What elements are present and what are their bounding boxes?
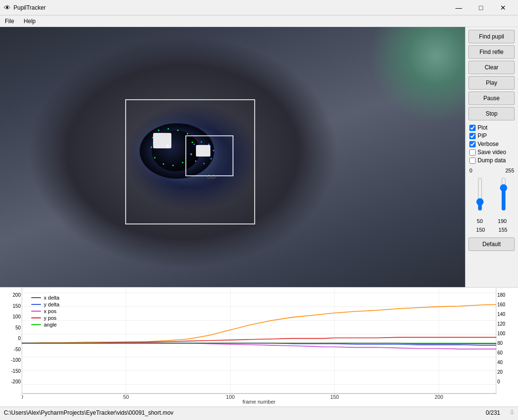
right-slider-wrap [498, 177, 509, 214]
legend-angle-label: angle [44, 322, 57, 328]
legend-y-delta-line [31, 304, 41, 305]
legend-x-delta: x delta [31, 295, 59, 301]
verbose-label: Verbose [478, 141, 499, 147]
y-label-0: 0 [2, 336, 21, 341]
plot-label: Plot [478, 124, 488, 131]
yr-20: 20 [497, 369, 516, 375]
sidebar: Find pupil Find refle Clear Play Pause S… [465, 27, 518, 287]
maximize-button[interactable]: □ [470, 0, 492, 15]
x-axis-label: frame number [0, 399, 518, 407]
find-pupil-button[interactable]: Find pupil [468, 30, 515, 43]
window-controls: — □ ✕ [448, 0, 514, 15]
legend-y-pos-label: y pos [44, 315, 56, 321]
yr-140: 140 [497, 312, 516, 317]
verbose-checkbox[interactable] [469, 141, 476, 147]
yr-160: 160 [497, 302, 516, 307]
find-refle-button[interactable]: Find refle [468, 45, 515, 59]
right-vertical-slider[interactable] [498, 177, 509, 211]
save-video-checkbox-label[interactable]: Save video [469, 149, 514, 156]
frame-info: 0/231 [486, 409, 500, 416]
app-icon: 👁 [4, 4, 11, 12]
stop-button[interactable]: Stop [468, 107, 515, 120]
svg-text:200: 200 [435, 394, 443, 399]
pause-button[interactable]: Pause [468, 92, 515, 105]
y-axis-right: 180 160 140 120 100 80 60 40 20 0 [496, 288, 518, 399]
dump-data-label: Dump data [478, 157, 506, 164]
legend-y-delta: y delta [31, 302, 59, 307]
y-label-neg100: -100 [2, 357, 21, 363]
default-button[interactable]: Default [468, 237, 515, 251]
chart-legend: x delta y delta x pos y pos angle [31, 295, 59, 328]
left-vertical-slider[interactable] [475, 177, 485, 211]
yr-60: 60 [497, 350, 516, 355]
menu-help[interactable]: Help [19, 17, 40, 26]
status-bar-right: 0/231 ⠿ [486, 409, 514, 416]
y-label-150: 150 [2, 303, 21, 309]
save-video-label: Save video [478, 149, 506, 156]
slider-min-label: 0 [469, 168, 472, 173]
y-label-50: 50 [2, 325, 21, 330]
chart-area: 200 150 100 50 0 -50 -100 -150 -200 pixe… [0, 287, 518, 407]
inner-detection-box [185, 135, 233, 176]
y-label-100: 100 [2, 314, 21, 319]
bottom-right-val: 155 [499, 227, 507, 233]
pip-checkbox[interactable] [469, 133, 476, 139]
resize-handle: ⠿ [510, 409, 514, 416]
chart-svg: 0 50 100 150 200 [22, 288, 496, 399]
dump-data-checkbox-label[interactable]: Dump data [469, 157, 514, 164]
y-label-200: 200 [2, 292, 21, 298]
slider-value-labels: 50 190 [468, 218, 515, 224]
y-label-neg150: -150 [2, 368, 21, 374]
right-slider-val: 190 [498, 218, 506, 224]
yr-80: 80 [497, 341, 516, 346]
legend-x-pos-line [31, 311, 41, 312]
chart-container: 200 150 100 50 0 -50 -100 -150 -200 pixe… [0, 288, 518, 399]
yr-0: 0 [497, 379, 516, 384]
bottom-slider-labels: 150 155 [468, 226, 515, 234]
jewelry-decoration: ⬡⬡ [207, 174, 216, 179]
svg-text:100: 100 [226, 394, 234, 399]
svg-text:50: 50 [123, 394, 129, 399]
crosshair: + [166, 143, 169, 149]
dump-data-checkbox[interactable] [469, 158, 476, 164]
legend-y-pos: y pos [31, 315, 59, 321]
yr-40: 40 [497, 360, 516, 365]
minimize-button[interactable]: — [448, 0, 470, 15]
status-bar: C:\Users\Alex\PycharmProjects\EyeTracker… [0, 407, 518, 418]
main-area: + ⬡⬡ Find pupil Find refle Clear Play Pa… [0, 27, 518, 287]
legend-angle-line [31, 324, 41, 325]
bottom-left-val: 150 [476, 227, 485, 233]
legend-x-delta-label: x delta [44, 295, 59, 301]
left-slider-val: 50 [477, 218, 483, 224]
pip-label: PIP [478, 132, 487, 139]
legend-x-delta-line [31, 297, 41, 298]
pip-checkbox-label[interactable]: PIP [469, 132, 514, 139]
legend-angle: angle [31, 322, 59, 328]
app-title: PupilTracker [13, 4, 448, 11]
y-axis-left: 200 150 100 50 0 -50 -100 -150 -200 [0, 288, 22, 399]
menu-bar: File Help [0, 15, 518, 27]
checkboxes-group: Plot PIP Verbose Save video Dump data [468, 122, 515, 166]
play-button[interactable]: Play [468, 76, 515, 90]
clear-button[interactable]: Clear [468, 61, 515, 74]
plot-checkbox[interactable] [469, 125, 476, 131]
legend-y-delta-label: y delta [44, 302, 59, 307]
plot-checkbox-label[interactable]: Plot [469, 124, 514, 131]
svg-text:0: 0 [22, 394, 23, 399]
legend-y-pos-line [31, 317, 41, 318]
video-area: + ⬡⬡ [0, 27, 465, 287]
menu-file[interactable]: File [0, 17, 19, 26]
legend-x-pos-label: x pos [44, 308, 56, 314]
filepath-label: C:\Users\Alex\PycharmProjects\EyeTracker… [4, 409, 173, 416]
left-slider-wrap [475, 177, 485, 214]
chart-plot: pixels [22, 288, 496, 399]
close-button[interactable]: ✕ [492, 0, 514, 15]
save-video-checkbox[interactable] [469, 149, 476, 156]
verbose-checkbox-label[interactable]: Verbose [469, 141, 514, 147]
yr-180: 180 [497, 292, 516, 298]
slider-max-label: 255 [505, 168, 514, 173]
yr-100: 100 [497, 331, 516, 336]
slider-range-labels: 0 255 [468, 168, 515, 173]
yr-120: 120 [497, 321, 516, 327]
title-bar: 👁 PupilTracker — □ ✕ [0, 0, 518, 15]
